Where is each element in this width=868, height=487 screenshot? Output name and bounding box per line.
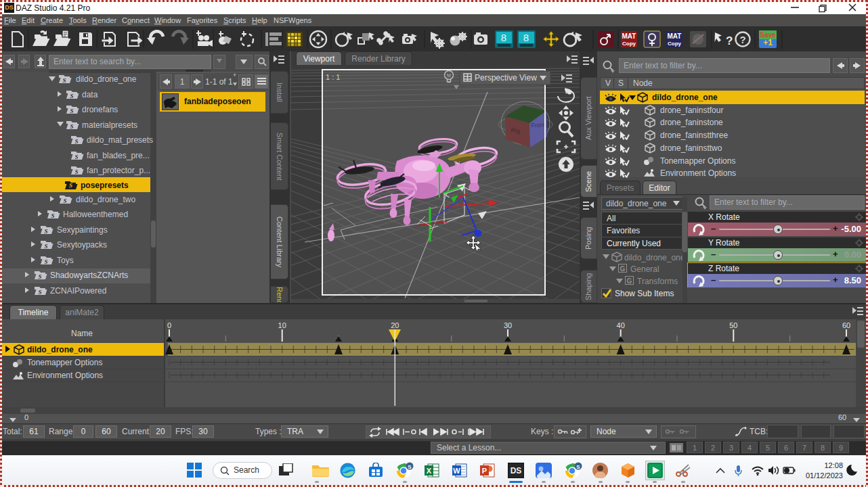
svg-text:Copy: Copy (668, 41, 682, 47)
svg-text:0: 0 (167, 321, 171, 329)
svg-text:MAT: MAT (668, 32, 682, 40)
svg-text:MAT: MAT (622, 32, 636, 40)
svg-text:Name: Name (71, 329, 93, 338)
svg-text:W: W (453, 467, 460, 475)
svg-text:?: ? (739, 34, 745, 45)
svg-text:S: S (576, 464, 580, 470)
svg-text:Perspective View: Perspective View (475, 73, 537, 83)
svg-text:X: X (427, 467, 432, 475)
svg-text:8: 8 (501, 32, 506, 43)
svg-text:M: M (447, 73, 451, 78)
svg-text:8: 8 (523, 32, 529, 43)
svg-text:10: 10 (278, 321, 286, 329)
svg-text:40: 40 (617, 321, 625, 329)
svg-text:Front: Front (531, 121, 546, 129)
svg-text:60: 60 (842, 321, 850, 329)
svg-text:Rig: Rig (511, 126, 521, 135)
svg-text:P: P (482, 467, 487, 475)
svg-text:20: 20 (391, 321, 399, 329)
svg-text:30: 30 (504, 321, 512, 329)
svg-text:S: S (408, 464, 412, 470)
svg-text:1 : 1: 1 : 1 (326, 73, 340, 81)
svg-text:Copy: Copy (622, 41, 636, 47)
svg-text:50: 50 (729, 321, 737, 329)
svg-text:+1: +1 (763, 38, 773, 47)
svg-text:?: ? (726, 34, 733, 47)
